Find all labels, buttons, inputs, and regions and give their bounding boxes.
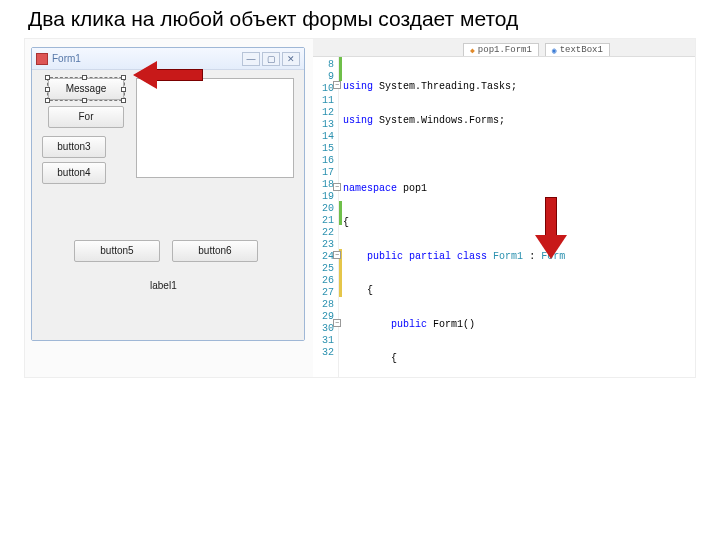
- line-number-gutter: 8910111213141516171819202122232425262728…: [313, 57, 339, 377]
- selection-handle[interactable]: [121, 98, 126, 103]
- fold-icon[interactable]: −: [333, 81, 341, 89]
- designer-button-4[interactable]: button4: [42, 162, 106, 184]
- line-number: 17: [313, 167, 338, 179]
- fold-icon[interactable]: −: [333, 183, 341, 191]
- line-number: 8: [313, 59, 338, 71]
- line-number: 28: [313, 299, 338, 311]
- line-number: 27: [313, 287, 338, 299]
- field-icon: ◉: [552, 46, 557, 55]
- line-number: 25: [313, 263, 338, 275]
- minimize-button[interactable]: —: [242, 52, 260, 66]
- nav-dropdown-class[interactable]: ◆ pop1.Form1: [463, 43, 539, 56]
- line-number: 32: [313, 347, 338, 359]
- line-number: 20: [313, 203, 338, 215]
- selection-handle[interactable]: [45, 87, 50, 92]
- designer-button-for[interactable]: For: [48, 106, 124, 128]
- form-designer-window: Form1 — ▢ ✕ Message For button3 button4 …: [31, 47, 305, 341]
- nav-member-label: textBox1: [560, 45, 603, 55]
- code-area[interactable]: −using System.Threading.Tasks; using Sys…: [343, 57, 695, 377]
- selection-handle[interactable]: [82, 98, 87, 103]
- line-number: 15: [313, 143, 338, 155]
- line-number: 14: [313, 131, 338, 143]
- designer-button-message[interactable]: Message: [48, 78, 124, 100]
- selection-handle[interactable]: [82, 75, 87, 80]
- form-title: Form1: [52, 53, 81, 64]
- fold-icon[interactable]: −: [333, 319, 341, 327]
- form-body[interactable]: Message For button3 button4 button5 butt…: [32, 70, 304, 340]
- designer-button-6[interactable]: button6: [172, 240, 258, 262]
- annotation-arrow-left: [133, 63, 203, 87]
- line-number: 11: [313, 95, 338, 107]
- close-button[interactable]: ✕: [282, 52, 300, 66]
- designer-button-3[interactable]: button3: [42, 136, 106, 158]
- change-bar: [339, 57, 342, 377]
- line-number: 22: [313, 227, 338, 239]
- line-number: 31: [313, 335, 338, 347]
- line-number: 12: [313, 107, 338, 119]
- selection-handle[interactable]: [121, 87, 126, 92]
- fold-icon[interactable]: −: [333, 251, 341, 259]
- designer-button-5[interactable]: button5: [74, 240, 160, 262]
- line-number: 16: [313, 155, 338, 167]
- content-stage: Form1 — ▢ ✕ Message For button3 button4 …: [24, 38, 696, 378]
- annotation-arrow-down: [537, 197, 565, 259]
- line-number: 19: [313, 191, 338, 203]
- code-editor[interactable]: ◆ pop1.Form1 ◉ textBox1 8910111213141516…: [313, 39, 695, 377]
- nav-class-label: pop1.Form1: [478, 45, 532, 55]
- form-icon: [36, 53, 48, 65]
- page-title: Два клика на любой объект формы создает …: [0, 0, 720, 36]
- maximize-button[interactable]: ▢: [262, 52, 280, 66]
- line-number: 13: [313, 119, 338, 131]
- class-icon: ◆: [470, 46, 475, 55]
- selection-handle[interactable]: [121, 75, 126, 80]
- selection-handle[interactable]: [45, 75, 50, 80]
- designer-textbox[interactable]: [136, 78, 294, 178]
- line-number: 26: [313, 275, 338, 287]
- line-number: 23: [313, 239, 338, 251]
- designer-label[interactable]: label1: [150, 280, 177, 291]
- line-number: 21: [313, 215, 338, 227]
- selection-handle[interactable]: [45, 98, 50, 103]
- nav-dropdown-member[interactable]: ◉ textBox1: [545, 43, 610, 56]
- navbar: ◆ pop1.Form1 ◉ textBox1: [313, 39, 695, 57]
